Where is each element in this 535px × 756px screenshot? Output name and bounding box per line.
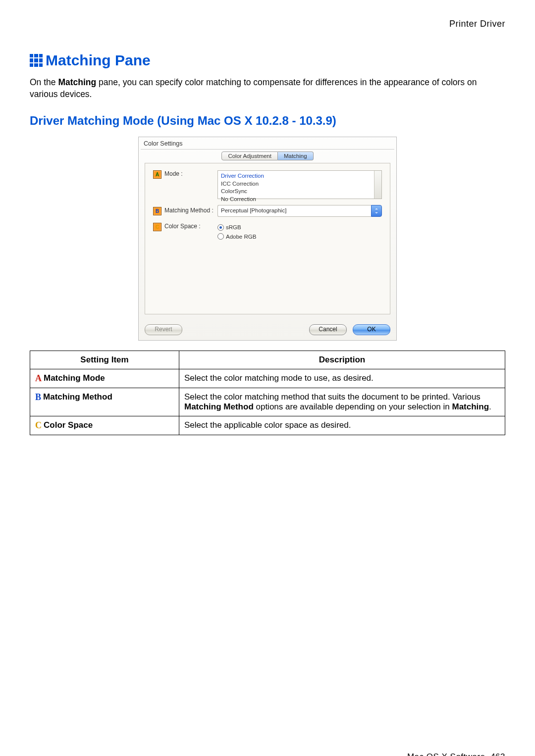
radio-dot-icon xyxy=(217,233,224,240)
dialog-title: Color Settings xyxy=(139,137,396,149)
table-header-desc: Description xyxy=(179,351,505,369)
row-letter: A xyxy=(35,373,42,384)
row-letter: C xyxy=(35,420,42,431)
scrollbar[interactable] xyxy=(374,171,381,199)
radio-adobe-rgb[interactable]: Adobe RGB xyxy=(217,232,382,241)
matching-method-select[interactable]: Perceptual [Photographic] xyxy=(217,205,371,217)
section-heading: Driver Matching Mode (Using Mac OS X 10.… xyxy=(30,114,505,128)
mode-option[interactable]: No Correction xyxy=(221,196,378,203)
color-settings-dialog: Color Settings Color Adjustment Matching… xyxy=(138,137,397,341)
grid-icon xyxy=(30,54,43,67)
radio-srgb[interactable]: sRGB xyxy=(217,223,382,232)
mode-option[interactable]: ColorSync xyxy=(221,188,378,196)
row-desc: Select the applicable color space as des… xyxy=(179,416,505,435)
radio-dot-icon xyxy=(217,224,224,231)
marker-c-icon: C xyxy=(153,223,161,231)
page-footer: Mac OS X Software 463 xyxy=(30,752,505,756)
table-header-item: Setting Item xyxy=(30,351,179,369)
mode-option[interactable]: Driver Correction xyxy=(221,172,378,180)
table-row: B Matching Method Select the color match… xyxy=(30,388,505,416)
radio-label: sRGB xyxy=(226,223,241,232)
row-name: Matching Method xyxy=(43,392,112,402)
dropdown-arrow-icon[interactable] xyxy=(371,205,382,217)
mode-label: Mode : xyxy=(164,170,183,177)
tab-matching[interactable]: Matching xyxy=(278,151,314,160)
row-name: Color Space xyxy=(44,420,93,430)
marker-b-icon: B xyxy=(153,207,161,215)
method-label: Matching Method : xyxy=(164,207,214,214)
tab-color-adjustment[interactable]: Color Adjustment xyxy=(221,151,278,160)
table-row: A Matching Mode Select the color matchin… xyxy=(30,369,505,388)
ok-button[interactable]: OK xyxy=(353,324,390,335)
table-row: C Color Space Select the applicable colo… xyxy=(30,416,505,435)
revert-button[interactable]: Revert xyxy=(145,324,182,335)
row-desc: Select the color matching method that su… xyxy=(179,388,505,416)
intro-text: On the Matching pane, you can specify co… xyxy=(30,77,505,100)
mode-listbox[interactable]: Driver Correction ICC Correction ColorSy… xyxy=(217,170,382,199)
breadcrumb: Printer Driver xyxy=(30,19,505,29)
radio-label: Adobe RGB xyxy=(226,232,256,241)
mode-option[interactable]: ICC Correction xyxy=(221,180,378,188)
cancel-button[interactable]: Cancel xyxy=(309,324,347,335)
row-desc: Select the color matching mode to use, a… xyxy=(179,369,505,388)
marker-a-icon: A xyxy=(153,170,161,179)
row-name: Matching Mode xyxy=(44,373,105,383)
page-title: Matching Pane xyxy=(46,52,151,69)
color-space-label: Color Space : xyxy=(164,223,201,230)
settings-table: Setting Item Description A Matching Mode… xyxy=(30,351,505,435)
row-letter: B xyxy=(35,392,41,403)
